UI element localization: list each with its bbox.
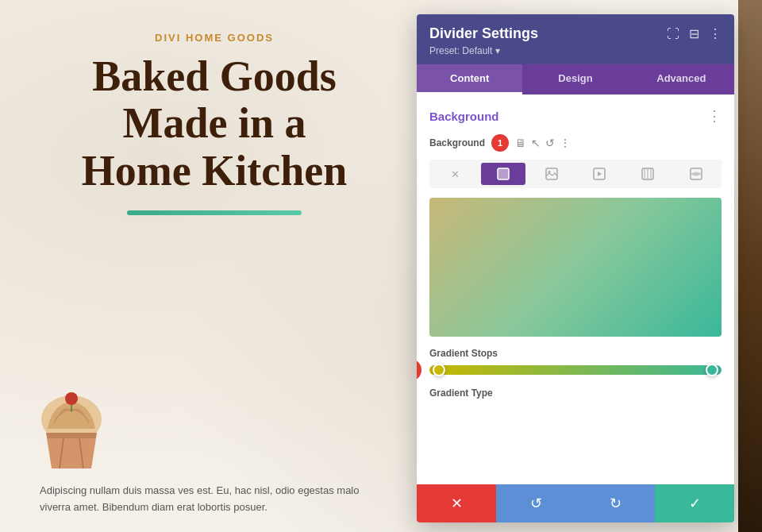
- save-button[interactable]: ✓: [655, 484, 734, 522]
- panel-header: Divider Settings ⛶ ⊟ ⋮ Preset: Default ▾: [417, 14, 734, 64]
- panel-footer: ✕ ↺ ↻ ✓: [417, 484, 734, 522]
- type-color-btn[interactable]: [481, 163, 526, 185]
- panel-tabs: Content Design Advanced: [417, 64, 734, 94]
- cursor-icon[interactable]: ↖: [531, 137, 541, 149]
- right-image-strip: [738, 0, 762, 532]
- type-mask-btn[interactable]: [673, 163, 718, 185]
- gradient-preview: [429, 198, 722, 337]
- svg-rect-5: [498, 168, 509, 179]
- body-text: Adipiscing nullam duis massa ves est. Eu…: [24, 483, 405, 516]
- type-image-btn[interactable]: [529, 163, 574, 185]
- type-pattern-btn[interactable]: [625, 163, 671, 185]
- section-header: Background ⋮: [429, 107, 722, 125]
- reset-icon[interactable]: ↺: [545, 137, 555, 149]
- section-title: Background: [429, 110, 499, 123]
- tab-advanced[interactable]: Advanced: [629, 64, 734, 94]
- type-selector: ✕: [429, 160, 722, 188]
- cupcake-illustration: [24, 381, 119, 484]
- undo-button[interactable]: ↺: [496, 484, 575, 522]
- brand-name: DIVI HOME GOODS: [155, 32, 274, 44]
- settings-panel: Divider Settings ⛶ ⊟ ⋮ Preset: Default ▾…: [417, 14, 734, 522]
- bg-row-icons: 🖥 ↖ ↺ ⋮: [515, 137, 571, 149]
- divider-element: [127, 210, 302, 215]
- tab-design[interactable]: Design: [522, 64, 628, 94]
- background-row: Background 1 🖥 ↖ ↺ ⋮: [429, 134, 722, 152]
- columns-icon[interactable]: ⊟: [689, 26, 699, 41]
- panel-header-icons: ⛶ ⊟ ⋮: [667, 26, 722, 41]
- gradient-slider-track[interactable]: [429, 365, 722, 375]
- badge-2: 2: [417, 359, 421, 381]
- section-more-icon[interactable]: ⋮: [707, 107, 722, 125]
- panel-header-top: Divider Settings ⛶ ⊟ ⋮: [429, 25, 722, 42]
- tab-content[interactable]: Content: [417, 64, 522, 94]
- more-icon[interactable]: ⋮: [709, 26, 722, 41]
- slider-thumb-right[interactable]: [706, 364, 718, 376]
- fullscreen-icon[interactable]: ⛶: [667, 27, 679, 41]
- gradient-slider-container[interactable]: 2: [429, 365, 722, 375]
- svg-point-1: [65, 392, 78, 405]
- panel-body: Background ⋮ Background 1 🖥 ↖ ↺ ⋮ ✕: [417, 94, 734, 484]
- cancel-button[interactable]: ✕: [417, 484, 496, 522]
- gradient-type-label: Gradient Type: [429, 387, 722, 399]
- slider-thumb-left[interactable]: [433, 364, 445, 376]
- preset-selector[interactable]: Preset: Default ▾: [429, 45, 722, 56]
- type-none-btn[interactable]: ✕: [433, 163, 478, 185]
- badge-1[interactable]: 1: [491, 134, 509, 152]
- options-icon[interactable]: ⋮: [560, 137, 571, 149]
- desktop-icon[interactable]: 🖥: [515, 137, 526, 149]
- redo-button[interactable]: ↻: [575, 484, 655, 522]
- panel-title: Divider Settings: [429, 25, 538, 42]
- gradient-stops-label: Gradient Stops: [429, 348, 722, 359]
- svg-marker-10: [598, 172, 602, 176]
- main-heading: Baked Goods Made in a Home Kitchen: [82, 53, 347, 195]
- background-label: Background: [429, 137, 485, 148]
- type-video-btn[interactable]: [577, 163, 622, 185]
